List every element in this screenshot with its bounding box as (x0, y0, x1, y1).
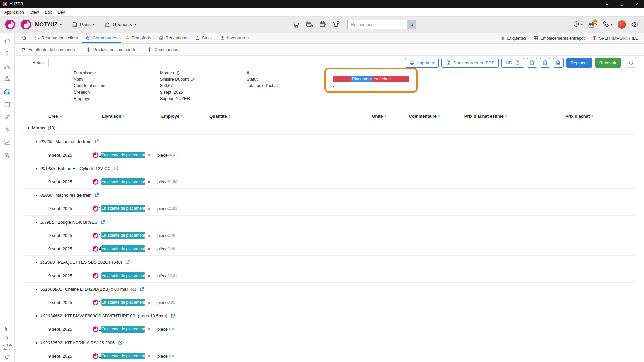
order-line[interactable]: 9 sept. 20251En attente de placement×piè… (23, 349, 636, 362)
menu-application[interactable]: Application (1, 9, 27, 16)
remove-line-icon[interactable]: × (146, 273, 152, 279)
save-pdf-button[interactable]: Sauvegarder en PDF (441, 58, 499, 68)
planning-calendar-button[interactable] (306, 21, 313, 28)
warehouse-selector[interactable]: Géonosis ▾ (104, 22, 136, 28)
tab-reservations-client[interactable]: Réservations client (31, 33, 82, 43)
site-selector[interactable]: Paris ▾ (72, 22, 94, 28)
remove-line-icon[interactable]: × (146, 300, 152, 305)
collapse-icon[interactable]: ▾ (36, 220, 37, 224)
menu-dev[interactable]: Dev (55, 9, 68, 16)
external-link-icon[interactable] (94, 193, 99, 198)
visibility-icon[interactable] (631, 21, 639, 28)
order-line[interactable]: 9 sept. 20251En attente de placement×piè… (23, 296, 636, 309)
collapse-icon[interactable]: ▾ (36, 167, 37, 170)
column-header-employe[interactable]: Employé▲▼ (140, 114, 204, 119)
column-header-commentaire[interactable]: Commentaire▲▼ (400, 114, 449, 119)
sidebar-item-workshop[interactable] (4, 114, 11, 121)
external-link-icon[interactable] (94, 139, 99, 144)
column-header-quantite[interactable]: Quantité▲▼ (204, 114, 236, 119)
product-row[interactable]: ▾02030Machoires de frein (23, 188, 636, 202)
remove-line-icon[interactable]: × (146, 152, 152, 158)
info-icon[interactable] (5, 354, 10, 359)
print-button[interactable]: Imprimer (405, 58, 438, 68)
search-input[interactable] (347, 20, 407, 29)
collapse-icon[interactable]: ▾ (36, 287, 37, 291)
column-header-unite[interactable]: Unité▲▼ (358, 114, 400, 119)
external-link-icon[interactable] (100, 220, 105, 225)
subtab-produits-en-commande[interactable]: Produits en commande (86, 47, 137, 52)
file-details-button[interactable] (553, 58, 564, 68)
back-button[interactable]: ← Retour (23, 59, 49, 67)
collapse-icon[interactable]: ▾ (36, 314, 37, 318)
sidebar-item-home[interactable] (4, 37, 11, 44)
hd-button[interactable]: HD (501, 58, 524, 68)
order-line[interactable]: 9 sept. 20254En attente de placement×piè… (23, 242, 636, 255)
minimize-button[interactable]: – (600, 0, 614, 8)
sidebar-item-planning[interactable] (4, 101, 11, 108)
user-avatar[interactable] (4, 18, 16, 31)
tab-split-import-file[interactable]: SPLIT IMPORT FILE (592, 36, 638, 41)
sidebar-item-finance[interactable] (4, 126, 11, 133)
tab-inventaires[interactable]: Inventaires (216, 33, 252, 43)
maximize-button[interactable]: □ (614, 0, 629, 8)
product-row[interactable]: ▾531000801Chaine DID420D(B&B) x 80 mail.… (23, 282, 636, 296)
remove-line-icon[interactable]: × (146, 233, 152, 238)
sidebar-session[interactable] (5, 335, 10, 340)
product-row[interactable]: ▾102080PLAQUETTES SBS 102CT (548) (23, 255, 636, 269)
export-file-button[interactable] (527, 58, 537, 68)
order-line[interactable]: 9 sept. 20251En attente de placement×piè… (23, 322, 636, 336)
tab-stock[interactable]: Stock (191, 33, 217, 43)
collapse-icon[interactable]: ▾ (36, 341, 37, 345)
order-line[interactable]: 9 sept. 20251En attente de placement×piè… (23, 229, 636, 242)
external-link-icon[interactable] (118, 340, 123, 345)
remove-line-icon[interactable]: × (146, 206, 152, 212)
appointment-calendar-button[interactable] (319, 21, 327, 28)
tab-commandes[interactable]: Commandes (82, 33, 121, 43)
status-indicator[interactable] (618, 20, 626, 29)
close-button[interactable]: × (629, 0, 644, 8)
sidebar-item-customers[interactable] (4, 50, 11, 57)
remove-line-icon[interactable]: × (146, 326, 152, 332)
collapse-icon[interactable]: ▾ (28, 126, 29, 130)
product-row[interactable]: ▾001435Bobine HT Cylindr. 12V-CC (23, 162, 636, 175)
column-header-prix-achat-estime[interactable]: Prix d'achat estimé▲▼ (449, 114, 523, 119)
external-link-icon[interactable] (139, 287, 144, 292)
sales-cart-button[interactable] (332, 21, 340, 28)
remove-line-icon[interactable]: × (146, 179, 152, 185)
column-header-cree[interactable]: Créé▲ (23, 114, 87, 119)
product-row[interactable]: ▾102012592KIT APRILIA RS125 2006 (23, 336, 636, 349)
external-link-icon[interactable] (170, 313, 175, 318)
sidebar-item-statistics[interactable] (4, 139, 11, 146)
group-row[interactable]: ▾Moraco (13) (23, 121, 636, 135)
refresh-button[interactable] (626, 58, 636, 68)
sidebar-item-warehouse[interactable] (4, 88, 11, 95)
column-header-prix-achat[interactable]: Prix d'achat▲▼ (523, 114, 636, 119)
company-selector[interactable]: MOTYUZ ▾ (20, 18, 62, 31)
order-line[interactable]: 9 sept. 20251En attente de placement×piè… (23, 269, 636, 282)
external-link-icon[interactable] (125, 260, 130, 265)
tab-home[interactable] (18, 33, 31, 43)
collapse-icon[interactable]: ▾ (36, 260, 37, 264)
product-row[interactable]: ▾02209Machoires de frein (23, 135, 636, 148)
tab-etiquettes[interactable]: Étiquettes (500, 36, 526, 41)
sidebar-item-vehicles[interactable] (4, 63, 11, 70)
pos-cart-button[interactable] (292, 21, 300, 28)
tab-emplacements-entrepot[interactable]: Emplacements entrepôt (533, 36, 585, 41)
subtab-en-attente-de-commande[interactable]: En attente de commande (21, 47, 75, 52)
tab-transferts[interactable]: Transferts (121, 33, 155, 43)
product-row[interactable]: ▾BR9ESBougie NGK BR9ES (23, 215, 636, 229)
replace-button[interactable]: Replacer (566, 58, 592, 68)
download-file-button[interactable] (540, 58, 550, 68)
menu-edit[interactable]: Edit (42, 9, 55, 16)
collapse-icon[interactable]: ▾ (36, 140, 37, 143)
collapse-icon[interactable]: ▾ (36, 193, 37, 197)
menu-view[interactable]: View (27, 9, 42, 16)
external-link-icon[interactable] (114, 166, 119, 171)
remove-line-icon[interactable]: × (146, 246, 152, 252)
globe-icon[interactable] (176, 71, 181, 75)
sidebar-item-settings[interactable] (4, 152, 11, 159)
phone-button[interactable]: ▾ (602, 20, 612, 29)
sidebar-item-network[interactable] (4, 75, 11, 82)
order-line[interactable]: 9 sept. 20251En attente de placement×piè… (23, 202, 636, 215)
edit-icon[interactable] (191, 77, 195, 82)
